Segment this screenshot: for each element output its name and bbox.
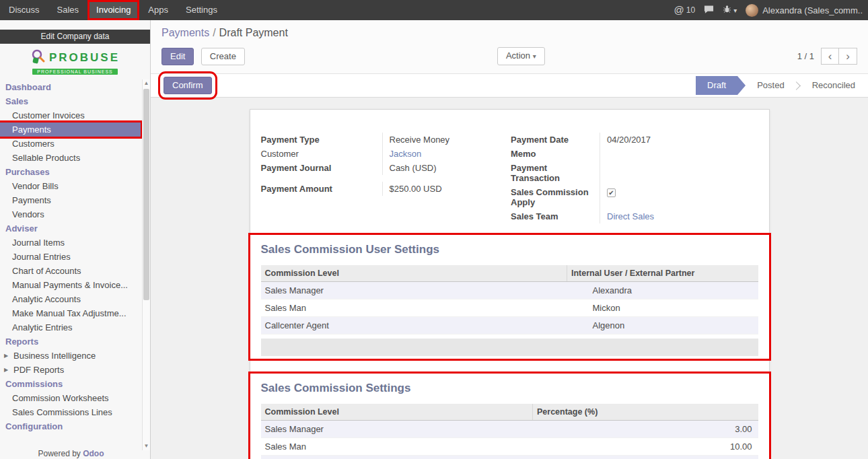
sidebar-item-customers[interactable]: Customers [0,137,150,151]
field-value-sales-team: Direct Sales [600,209,758,223]
field-value-payment-journal: Cash (USD) [382,161,510,175]
sidebar-item-manual-payments-invoice[interactable]: Manual Payments & Invoice... [0,278,150,292]
sidebar-header-purchases: Purchases [0,165,150,179]
column-header-commission-level: Commission Level [261,404,533,421]
sidebar-item-payments[interactable]: Payments [0,122,141,137]
create-button[interactable]: Create [201,48,245,65]
user-menu[interactable]: Alexandra (Sales_comm.. [746,4,863,17]
sidebar-item-customer-invoices[interactable]: Customer Invoices [0,108,150,122]
sidebar-item-label: PDF Reports [13,365,64,375]
sidebar-item-label: Commission Worksheets [12,393,109,403]
sidebar-item-pdf-reports[interactable]: ▶PDF Reports [0,363,150,377]
field-label-payment-date: Payment Date [511,133,600,147]
commission-user-settings-section: Sales Commission User Settings Commissio… [248,233,771,361]
sidebar-item-chart-of-accounts[interactable]: Chart of Accounts [0,264,150,278]
pager-value: 1 / 1 [797,51,814,61]
action-dropdown-button[interactable]: Action ▾ [497,47,545,65]
topbar-menu-discuss[interactable]: Discuss [0,0,48,20]
expand-arrow-icon: ▶ [4,367,11,373]
sidebar-item-vendors[interactable]: Vendors [0,207,150,221]
sales-commission-apply-checkbox[interactable]: ✔ [607,188,616,197]
cell: Algenon [567,317,758,334]
scroll-down-icon[interactable]: ▼ [143,442,150,450]
field-label-customer: Customer [261,147,382,161]
link-jackson[interactable]: Jackson [390,149,422,159]
sidebar-item-label: Sellable Products [12,153,80,163]
sidebar-item-journal-items[interactable]: Journal Items [0,236,150,250]
table-row[interactable]: Sales Man10.00 [261,438,758,456]
field-row-customer: CustomerJackson [261,147,510,161]
topbar-menu-invoicing[interactable]: Invoicing [87,0,139,20]
sidebar-item-sellable-products[interactable]: Sellable Products [0,151,150,165]
cell: Callcenter Agent [261,456,533,459]
table-footer-spacer [261,339,758,356]
breadcrumb: Payments/Draft Payment [161,26,857,40]
topbar-menu-settings[interactable]: Settings [177,0,226,20]
topbar-menu-apps[interactable]: Apps [139,0,177,20]
sidebar-item-sales-commissions-lines[interactable]: Sales Commissions Lines [0,405,150,419]
caret-down-icon: ▾ [533,52,536,60]
table-row[interactable]: Callcenter AgentAlgenon [261,317,758,334]
sidebar-item-payments[interactable]: Payments [0,193,150,207]
user-name: Alexandra (Sales_comm.. [762,5,863,15]
form-sheet: Payment TypeReceive MoneyCustomerJackson… [250,109,770,459]
commission-user-settings-table: Commission LevelInternal User / External… [261,265,758,334]
breadcrumb-current: Draft Payment [219,27,288,38]
sidebar-item-label: Customer Invoices [12,110,85,120]
sidebar-item-commission-worksheets[interactable]: Commission Worksheets [0,391,150,405]
scrollbar-thumb[interactable] [143,89,149,300]
topbar-right: @ 10 ▾ Alexandra (Sales_comm.. [674,0,868,20]
field-row-payment-amount: Payment Amount$250.00 USD [261,182,510,196]
sidebar-item-label: Journal Entries [12,252,71,262]
table-row[interactable]: Callcenter Agent7.00 [261,456,758,459]
field-row-payment-transaction: Payment Transaction [511,161,758,185]
messages-button[interactable] [704,5,714,16]
sidebar-menu: DashboardSalesCustomer InvoicesPaymentsC… [0,77,150,433]
sidebar-header-reports: Reports [0,334,150,349]
sidebar-item-journal-entries[interactable]: Journal Entries [0,250,150,264]
odoo-brand-link[interactable]: Odoo [83,449,104,458]
sidebar-item-analytic-accounts[interactable]: Analytic Accounts [0,292,150,306]
cell: Mickon [567,299,758,317]
logo-tagline: PROFESSIONAL BUSINESS [32,69,118,75]
sidebar-item-analytic-entries[interactable]: Analytic Entries [0,320,150,334]
field-row-memo: Memo [511,147,758,161]
table-header-row: Commission LevelInternal User / External… [261,265,758,282]
field-label-sales-commission-apply: Sales Commission Apply [511,185,600,209]
pager-previous-button[interactable]: ‹ [821,48,839,65]
topbar-menu-sales[interactable]: Sales [48,0,88,20]
edit-company-data-button[interactable]: Edit Company data [0,30,150,44]
status-posted[interactable]: Posted [746,76,795,95]
scroll-up-icon[interactable]: ▲ [143,79,150,87]
sidebar-item-label: Customers [12,139,55,149]
mentions-button[interactable]: @ 10 [674,0,696,20]
sidebar-item-make-manual-tax-adjustme[interactable]: Make Manual Tax Adjustme... [0,306,150,320]
debug-menu-button[interactable]: ▾ [723,5,737,15]
main-area: Payments/Draft Payment Edit Create Actio… [151,20,868,459]
pager-next-button[interactable]: › [839,48,857,65]
field-value-sales-commission-apply: ✔ [600,185,758,209]
sidebar-item-vendor-bills[interactable]: Vendor Bills [0,179,150,193]
sidebar-item-label: Analytic Accounts [12,294,81,304]
breadcrumb-parent[interactable]: Payments [161,27,209,38]
table-row[interactable]: Sales ManMickon [261,299,758,317]
status-draft[interactable]: Draft [696,76,737,95]
field-value-memo [600,147,758,161]
action-label: Action [506,50,530,61]
powered-by: Powered by Odoo [0,449,142,458]
field-label-payment-amount: Payment Amount [261,182,382,196]
cell: Callcenter Agent [261,317,567,334]
table-row[interactable]: Sales ManagerAlexandra [261,282,758,299]
cell: 10.00 [533,438,758,456]
field-value-payment-transaction [600,161,758,185]
logo-name: PROBUSE [49,51,120,65]
table-row[interactable]: Sales Manager3.00 [261,421,758,438]
sidebar-scrollbar[interactable]: ▲ ▼ [142,79,150,450]
field-label-payment-transaction: Payment Transaction [511,161,600,185]
edit-button[interactable]: Edit [161,48,194,65]
sidebar-item-business-intelligence[interactable]: ▶Business Intelligence [0,349,150,363]
confirm-button[interactable]: Confirm [164,77,212,94]
link-direct-sales[interactable]: Direct Sales [607,211,654,221]
cell: 7.00 [533,456,758,459]
status-reconciled[interactable]: Reconciled [801,76,867,95]
